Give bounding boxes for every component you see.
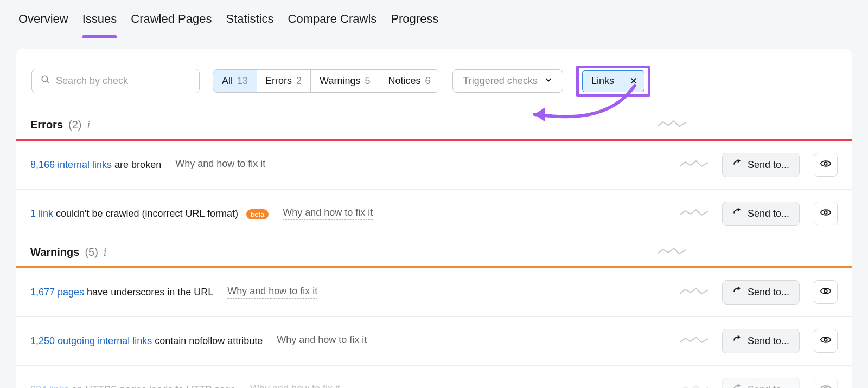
issue-suffix: couldn't be crawled (incorrect URL forma… — [53, 208, 238, 219]
issues-card: All 13 Errors 2 Warnings 5 Notices 6 Tri… — [16, 49, 852, 388]
issue-link[interactable]: 1,250 outgoing internal links — [30, 335, 152, 346]
warnings-section-header: Warnings (5) i — [16, 238, 852, 266]
seg-all-count: 13 — [237, 75, 248, 87]
issue-row: 1 link couldn't be crawled (incorrect UR… — [16, 190, 852, 238]
seg-warnings[interactable]: Warnings 5 — [311, 70, 379, 92]
triggered-checks-label: Triggered checks — [463, 75, 537, 87]
search-icon — [41, 75, 50, 87]
seg-all[interactable]: All 13 — [213, 69, 257, 93]
issue-row: 934 links on HTTPS pages leads to HTTP p… — [16, 366, 852, 388]
svg-point-0 — [42, 76, 48, 82]
triggered-checks-dropdown[interactable]: Triggered checks — [452, 69, 563, 93]
sparkline-icon — [658, 120, 686, 130]
category-filter-remove[interactable] — [623, 71, 644, 92]
seg-errors[interactable]: Errors 2 — [257, 70, 311, 92]
send-to-button[interactable]: Send to... — [722, 202, 800, 226]
send-to-label: Send to... — [748, 159, 789, 171]
search-input[interactable] — [56, 75, 190, 87]
issue-text: 1 link couldn't be crawled (incorrect UR… — [30, 208, 269, 219]
send-to-button[interactable]: Send to... — [722, 280, 800, 305]
svg-point-5 — [824, 211, 827, 214]
svg-point-6 — [824, 289, 827, 293]
why-link[interactable]: Why and how to fix it — [175, 158, 265, 171]
tab-progress[interactable]: Progress — [391, 12, 438, 37]
issue-suffix: on HTTPS pages leads to HTTP page — [69, 384, 236, 388]
seg-notices-count: 6 — [425, 75, 430, 87]
svg-point-7 — [824, 338, 827, 341]
tabs: Overview Issues Crawled Pages Statistics… — [0, 0, 868, 37]
tab-overview[interactable]: Overview — [18, 12, 68, 37]
eye-icon — [820, 206, 832, 221]
why-link[interactable]: Why and how to fix it — [283, 207, 373, 220]
share-icon — [732, 208, 742, 220]
tab-issues[interactable]: Issues — [82, 12, 117, 37]
seg-notices-label: Notices — [388, 75, 420, 87]
tab-statistics[interactable]: Statistics — [226, 12, 273, 37]
info-icon[interactable]: i — [87, 119, 90, 131]
why-link[interactable]: Why and how to fix it — [227, 286, 317, 299]
issue-suffix: have underscores in the URL — [84, 287, 213, 298]
sparkline-icon — [680, 160, 708, 170]
seg-warnings-label: Warnings — [320, 75, 360, 87]
issue-suffix: contain nofollow attribute — [152, 335, 263, 346]
hide-issue-button[interactable] — [814, 378, 838, 388]
chevron-down-icon — [544, 75, 553, 87]
eye-icon — [820, 383, 832, 388]
send-to-button[interactable]: Send to... — [722, 153, 800, 177]
issue-row: 1,250 outgoing internal links contain no… — [16, 317, 852, 366]
issue-text: 934 links on HTTPS pages leads to HTTP p… — [30, 384, 236, 388]
share-icon — [732, 159, 742, 171]
seg-errors-label: Errors — [265, 75, 292, 87]
sparkline-icon — [680, 336, 708, 346]
category-filter-label: Links — [583, 71, 623, 91]
hide-issue-button[interactable] — [814, 202, 838, 225]
share-icon — [732, 286, 742, 299]
beta-badge: beta — [246, 209, 269, 219]
issue-row: 1,677 pages have underscores in the URL … — [16, 268, 852, 317]
issue-row: 8,166 internal links are broken Why and … — [16, 141, 852, 190]
send-to-button[interactable]: Send to... — [722, 378, 800, 388]
eye-icon — [820, 334, 832, 348]
errors-section-title: Errors — [30, 119, 63, 131]
close-icon — [630, 76, 637, 87]
sparkline-icon — [680, 287, 708, 297]
errors-section-header: Errors (2) i — [16, 111, 852, 139]
issue-link[interactable]: 8,166 internal links — [30, 159, 112, 170]
share-icon — [732, 384, 742, 388]
issue-suffix: are broken — [112, 159, 161, 170]
info-icon[interactable]: i — [104, 246, 107, 258]
controls-row: All 13 Errors 2 Warnings 5 Notices 6 Tri… — [16, 49, 852, 111]
hide-issue-button[interactable] — [814, 153, 838, 177]
send-to-label: Send to... — [748, 208, 789, 219]
search-box[interactable] — [31, 69, 200, 93]
sparkline-icon — [658, 247, 686, 257]
issue-text: 1,677 pages have underscores in the URL — [30, 287, 213, 298]
why-link[interactable]: Why and how to fix it — [277, 334, 367, 347]
issue-link[interactable]: 1,677 pages — [30, 287, 84, 298]
send-to-label: Send to... — [748, 287, 789, 298]
issue-text: 8,166 internal links are broken — [30, 159, 161, 171]
tab-crawled-pages[interactable]: Crawled Pages — [131, 12, 212, 37]
warnings-section-count: (5) — [85, 246, 98, 258]
sparkline-icon — [680, 209, 708, 218]
issue-text: 1,250 outgoing internal links contain no… — [30, 335, 263, 347]
send-to-label: Send to... — [748, 335, 789, 347]
errors-section-count: (2) — [68, 119, 81, 131]
tab-compare-crawls[interactable]: Compare Crawls — [288, 12, 377, 37]
why-link[interactable]: Why and how to fix it — [250, 383, 340, 388]
seg-notices[interactable]: Notices 6 — [379, 70, 439, 92]
issue-link[interactable]: 1 link — [30, 208, 53, 219]
category-filter-chip: Links — [582, 70, 644, 92]
sparkline-icon — [680, 385, 708, 388]
hide-issue-button[interactable] — [814, 280, 838, 304]
send-to-label: Send to... — [748, 384, 789, 388]
hide-issue-button[interactable] — [814, 329, 838, 353]
share-icon — [732, 335, 742, 347]
severity-filter: All 13 Errors 2 Warnings 5 Notices 6 — [213, 69, 439, 93]
issue-link[interactable]: 934 links — [30, 384, 69, 388]
seg-all-label: All — [222, 75, 233, 87]
warnings-section-title: Warnings — [30, 246, 79, 258]
eye-icon — [820, 158, 832, 172]
send-to-button[interactable]: Send to... — [722, 329, 800, 353]
seg-errors-count: 2 — [296, 75, 302, 87]
